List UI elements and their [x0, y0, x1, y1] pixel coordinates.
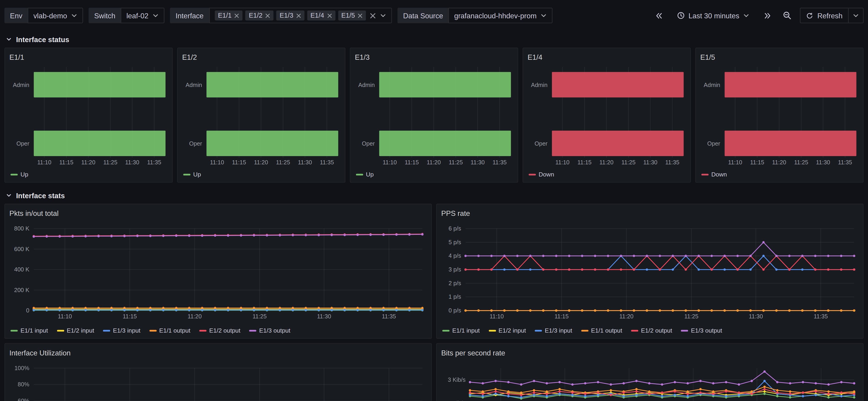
panel-title[interactable]: E1/2 — [182, 53, 341, 63]
state-timeline-chart[interactable]: 11:1011:1511:2011:2511:3011:35AdminOper — [355, 64, 513, 165]
legend-item[interactable]: E1/2 input — [489, 327, 526, 334]
grafana-dashboard: Env vlab-demo Switch leaf-02 Interface E… — [0, 0, 868, 401]
refresh-button[interactable]: Refresh — [801, 8, 848, 23]
legend-item[interactable]: E1/3 output — [681, 327, 722, 334]
panel-title[interactable]: E1/5 — [700, 53, 859, 63]
svg-text:200 K: 200 K — [14, 287, 29, 293]
legend-color-mark — [149, 330, 156, 331]
chevron-down-icon — [743, 12, 750, 19]
legend-color-mark — [57, 330, 64, 331]
state-timeline-chart[interactable]: 11:1011:1511:2011:2511:3011:35AdminOper — [528, 64, 686, 165]
svg-text:11:15: 11:15 — [578, 159, 592, 165]
line-chart-canvas[interactable]: 800 K600 K400 K200 K011:1011:1511:2011:2… — [9, 220, 427, 324]
env-select[interactable]: vlab-demo — [28, 8, 83, 23]
panel-legend: E1/1 inputE1/2 inputE1/3 inputE1/1 outpu… — [9, 326, 427, 334]
interface-chip[interactable]: E1/5 — [338, 10, 366, 21]
legend-item[interactable]: E1/1 input — [10, 327, 48, 334]
clear-all-icon[interactable] — [370, 12, 376, 19]
panel-legend: Down — [700, 170, 859, 178]
interface-chip[interactable]: E1/4 — [307, 10, 335, 21]
svg-text:11:35: 11:35 — [320, 159, 334, 165]
legend-item[interactable]: E1/1 output — [581, 327, 622, 334]
panel-title[interactable]: E1/1 — [9, 53, 168, 63]
svg-text:Admin: Admin — [531, 82, 548, 88]
line-chart-canvas[interactable]: 3 Kib/s2 Kib/s1 Kib/s0 b/s11:1011:1511:2… — [441, 359, 858, 401]
legend-item[interactable]: Down — [529, 171, 554, 178]
legend-item[interactable]: Down — [701, 171, 727, 178]
svg-text:11:15: 11:15 — [405, 159, 419, 165]
legend-item[interactable]: E1/1 input — [442, 327, 479, 334]
legend-item[interactable]: E1/3 input — [103, 327, 140, 334]
panel-title[interactable]: Interface Utilization — [9, 348, 427, 358]
time-shift-forward-button[interactable] — [761, 8, 775, 23]
legend-color-mark — [10, 330, 18, 331]
chip-remove-icon[interactable] — [358, 13, 363, 18]
svg-text:11:35: 11:35 — [838, 159, 852, 165]
panel-title[interactable]: PPS rate — [441, 209, 858, 219]
panel-title[interactable]: E1/3 — [355, 53, 513, 63]
section-interface-status[interactable]: Interface status — [0, 31, 868, 48]
legend-item[interactable]: E1/2 input — [57, 327, 94, 334]
legend-item[interactable]: E1/2 output — [199, 327, 240, 334]
svg-text:11:20: 11:20 — [187, 313, 202, 319]
legend-color-mark — [631, 330, 638, 331]
chip-remove-icon[interactable] — [296, 13, 301, 18]
svg-text:11:10: 11:10 — [555, 159, 569, 165]
section-interface-stats[interactable]: Interface stats — [0, 187, 868, 204]
datasource-select[interactable]: grafanacloud-hhdev-prom — [448, 8, 553, 23]
legend-item[interactable]: Up — [183, 171, 201, 178]
legend-item[interactable]: E1/2 output — [631, 327, 672, 334]
svg-text:11:30: 11:30 — [816, 159, 830, 165]
state-timeline-chart[interactable]: 11:1011:1511:2011:2511:3011:35AdminOper — [700, 64, 859, 165]
svg-text:11:15: 11:15 — [750, 159, 764, 165]
status-panel-e1-1: E1/111:1011:1511:2011:2511:3011:35AdminO… — [4, 48, 173, 183]
status-panels-row: E1/111:1011:1511:2011:2511:3011:35AdminO… — [0, 48, 868, 183]
legend-item[interactable]: Up — [356, 171, 374, 178]
svg-text:11:15: 11:15 — [232, 159, 246, 165]
interface-multiselect[interactable]: E1/1E1/2E1/3E1/4E1/5 — [209, 8, 392, 23]
legend-item[interactable]: E1/1 output — [149, 327, 190, 334]
state-timeline-chart[interactable]: 11:1011:1511:2011:2511:3011:35AdminOper — [182, 64, 341, 165]
interface-chip[interactable]: E1/1 — [215, 10, 243, 21]
svg-text:11:15: 11:15 — [59, 159, 73, 165]
chip-remove-icon[interactable] — [265, 13, 270, 18]
legend-color-mark — [10, 174, 18, 175]
zoom-out-button[interactable] — [780, 8, 795, 23]
double-chevron-left-icon — [655, 11, 663, 20]
interface-variable-picker: Interface E1/1E1/2E1/3E1/4E1/5 — [170, 8, 392, 23]
svg-text:11:15: 11:15 — [123, 313, 137, 319]
status-panel-e1-3: E1/311:1011:1511:2011:2511:3011:35AdminO… — [350, 48, 518, 183]
switch-select[interactable]: leaf-02 — [121, 8, 164, 23]
refresh-interval-dropdown[interactable] — [848, 8, 863, 23]
panel-title[interactable]: Bits per second rate — [441, 348, 858, 358]
chevron-down-icon — [540, 12, 547, 19]
legend-item[interactable]: E1/3 output — [249, 327, 290, 334]
chip-remove-icon[interactable] — [235, 13, 240, 18]
line-chart-canvas[interactable]: 100%80%60%40%20%0%11:1011:1511:2011:2511… — [9, 359, 427, 401]
interface-chip[interactable]: E1/2 — [245, 10, 274, 21]
stats-panels-row-2: Interface Utilization 100%80%60%40%20%0%… — [0, 343, 868, 401]
svg-text:11:35: 11:35 — [665, 159, 679, 165]
svg-text:Oper: Oper — [17, 140, 30, 147]
svg-text:0 p/s: 0 p/s — [448, 307, 461, 314]
svg-text:11:25: 11:25 — [448, 159, 463, 165]
legend-item[interactable]: E1/3 input — [535, 327, 572, 334]
svg-text:100%: 100% — [14, 365, 29, 371]
svg-text:11:25: 11:25 — [621, 159, 636, 165]
svg-text:11:35: 11:35 — [493, 159, 507, 165]
line-chart-canvas[interactable]: 6 p/s5 p/s4 p/s3 p/s2 p/s1 p/s0 p/s11:10… — [441, 220, 858, 324]
datasource-picker: Data Source grafanacloud-hhdev-prom — [398, 8, 553, 23]
interface-chip[interactable]: E1/3 — [276, 10, 305, 21]
svg-text:11:10: 11:10 — [210, 159, 224, 165]
svg-text:Admin: Admin — [13, 82, 29, 88]
svg-text:5 p/s: 5 p/s — [448, 239, 461, 245]
svg-text:11:25: 11:25 — [252, 313, 267, 319]
time-shift-back-button[interactable] — [652, 8, 666, 23]
panel-title[interactable]: Pkts in/out total — [9, 209, 427, 219]
legend-item[interactable]: Up — [10, 171, 28, 178]
switch-variable-picker: Switch leaf-02 — [89, 8, 164, 23]
panel-title[interactable]: E1/4 — [528, 53, 686, 63]
state-timeline-chart[interactable]: 11:1011:1511:2011:2511:3011:35AdminOper — [9, 64, 168, 165]
time-range-picker[interactable]: Last 30 minutes — [672, 8, 755, 23]
chip-remove-icon[interactable] — [327, 13, 332, 18]
